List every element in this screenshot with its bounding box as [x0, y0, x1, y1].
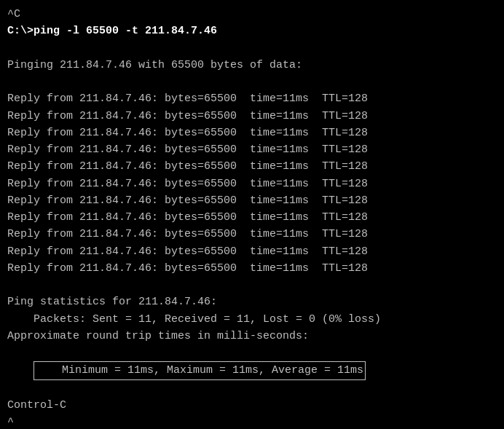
reply-line-1: Reply from 211.84.7.46: bytes=65500 time… — [7, 90, 497, 107]
reply-line-4: Reply from 211.84.7.46: bytes=65500 time… — [7, 141, 497, 158]
empty-line-1 — [7, 40, 497, 57]
caret-line: ^ — [7, 414, 497, 429]
reply-line-8: Reply from 211.84.7.46: bytes=65500 time… — [7, 209, 497, 226]
ctrl-c-line-2: Control-C — [7, 397, 497, 414]
terminal-window: ^C C:\>ping -l 65500 -t 211.84.7.46 Ping… — [0, 0, 504, 429]
approx-line: Approximate round trip times in milli-se… — [7, 328, 497, 345]
ctrl-c-line-1: ^C — [7, 6, 497, 23]
min-max-avg-line: Minimum = 11ms, Maximum = 11ms, Average … — [7, 345, 497, 397]
pinging-line: Pinging 211.84.7.46 with 65500 bytes of … — [7, 57, 497, 74]
reply-line-5: Reply from 211.84.7.46: bytes=65500 time… — [7, 158, 497, 175]
reply-line-11: Reply from 211.84.7.46: bytes=65500 time… — [7, 260, 497, 277]
empty-line-3 — [7, 277, 497, 294]
reply-line-3: Reply from 211.84.7.46: bytes=65500 time… — [7, 125, 497, 141]
command-line: C:\>ping -l 65500 -t 211.84.7.46 — [7, 23, 497, 39]
reply-line-2: Reply from 211.84.7.46: bytes=65500 time… — [7, 108, 497, 125]
reply-line-10: Reply from 211.84.7.46: bytes=65500 time… — [7, 243, 497, 260]
empty-line-2 — [7, 74, 497, 90]
stats-highlight-box: Minimum = 11ms, Maximum = 11ms, Average … — [34, 361, 366, 379]
ping-stats-line: Ping statistics for 211.84.7.46: — [7, 294, 497, 310]
reply-line-9: Reply from 211.84.7.46: bytes=65500 time… — [7, 226, 497, 243]
reply-line-7: Reply from 211.84.7.46: bytes=65500 time… — [7, 192, 497, 209]
packets-line: Packets: Sent = 11, Received = 11, Lost … — [7, 311, 497, 328]
reply-line-6: Reply from 211.84.7.46: bytes=65500 time… — [7, 176, 497, 192]
